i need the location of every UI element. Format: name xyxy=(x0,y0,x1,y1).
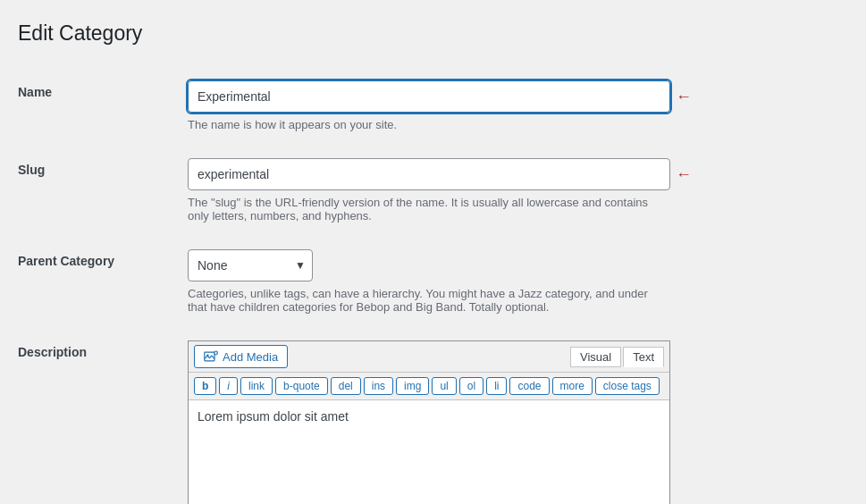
editor-format-buttons: b i link b-quote del ins img ul ol li co… xyxy=(189,373,669,400)
format-img-button[interactable]: img xyxy=(396,377,429,395)
slug-arrow-icon: ← xyxy=(676,165,692,184)
parent-category-hint: Categories, unlike tags, can have a hier… xyxy=(188,287,670,314)
format-ul-button[interactable]: ul xyxy=(432,377,456,395)
description-label: Description xyxy=(18,345,87,359)
slug-label: Slug xyxy=(18,163,45,177)
format-ol-button[interactable]: ol xyxy=(459,377,483,395)
slug-input[interactable] xyxy=(188,158,670,190)
format-bquote-button[interactable]: b-quote xyxy=(275,377,328,395)
format-italic-button[interactable]: i xyxy=(219,377,238,395)
add-media-label: Add Media xyxy=(223,350,278,364)
format-del-button[interactable]: del xyxy=(331,377,361,395)
tab-visual[interactable]: Visual xyxy=(570,347,621,367)
format-more-button[interactable]: more xyxy=(552,377,593,395)
form-table: Name ← The name is how it appears on you… xyxy=(18,67,848,504)
format-close-tags-button[interactable]: close tags xyxy=(595,377,660,395)
parent-category-select-wrapper: None ▼ xyxy=(188,249,313,281)
parent-category-row: Parent Category None ▼ Categories, unlik… xyxy=(18,236,848,327)
format-bold-button[interactable]: b xyxy=(194,377,216,395)
name-row: Name ← The name is how it appears on you… xyxy=(18,67,848,145)
slug-hint: The "slug" is the URL-friendly version o… xyxy=(188,196,670,223)
name-hint: The name is how it appears on your site. xyxy=(188,118,670,131)
page-title: Edit Category xyxy=(18,21,848,46)
tab-text[interactable]: Text xyxy=(623,347,664,367)
name-label: Name xyxy=(18,85,52,99)
format-li-button[interactable]: li xyxy=(486,377,507,395)
view-tabs: Visual Text xyxy=(570,347,664,367)
format-link-button[interactable]: link xyxy=(240,377,273,395)
parent-category-label: Parent Category xyxy=(18,254,114,268)
name-input[interactable] xyxy=(188,80,670,113)
name-arrow-icon: ← xyxy=(676,88,692,106)
description-textarea[interactable]: Lorem ipsum dolor sit amet xyxy=(189,400,669,504)
add-media-icon xyxy=(204,349,218,364)
editor-top-toolbar: Add Media Visual Text xyxy=(189,341,669,373)
add-media-button[interactable]: Add Media xyxy=(194,345,288,368)
slug-row: Slug ← The "slug" is the URL-friendly ve… xyxy=(18,145,848,236)
description-editor: Add Media Visual Text b xyxy=(188,340,670,504)
parent-category-select[interactable]: None xyxy=(188,249,313,281)
description-row: Description xyxy=(18,327,848,504)
format-code-button[interactable]: code xyxy=(509,377,549,395)
format-ins-button[interactable]: ins xyxy=(364,377,393,395)
